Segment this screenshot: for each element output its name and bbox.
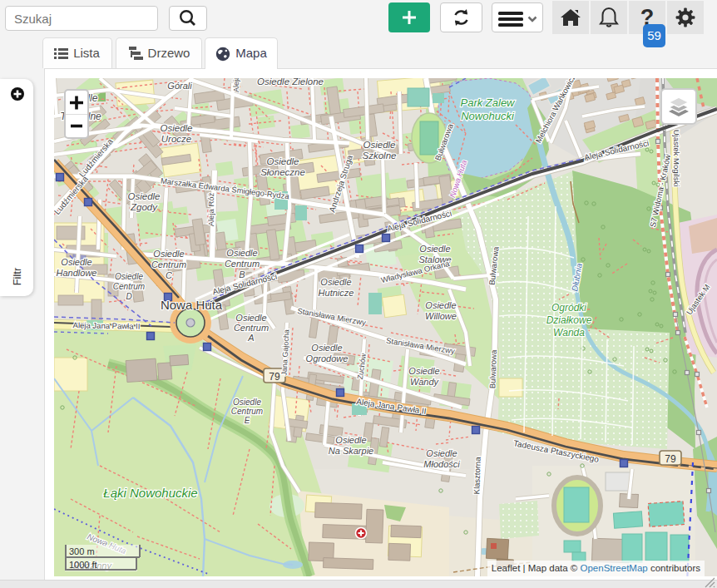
- svg-text:B: B: [239, 269, 245, 279]
- svg-text:79: 79: [269, 371, 280, 383]
- svg-text:79: 79: [665, 453, 676, 465]
- svg-text:Na Skarpie: Na Skarpie: [329, 446, 373, 456]
- svg-text:Park Zalew: Park Zalew: [460, 96, 516, 109]
- svg-text:Centrum: Centrum: [225, 259, 260, 269]
- svg-text:Młodości: Młodości: [423, 459, 460, 469]
- svg-text:300 m: 300 m: [69, 546, 95, 556]
- svg-text:Ujastek Mogilski: Ujastek Mogilski: [672, 130, 681, 187]
- svg-text:Osiedle: Osiedle: [311, 343, 342, 353]
- svg-text:Osiedle: Osiedle: [335, 435, 366, 445]
- svg-text:Osiedle: Osiedle: [425, 300, 456, 310]
- svg-text:Klasztorna: Klasztorna: [472, 457, 482, 495]
- svg-text:Osiedle Zielone: Osiedle Zielone: [257, 78, 324, 86]
- svg-text:Ogródki: Ogródki: [551, 302, 586, 314]
- svg-text:E: E: [245, 416, 250, 425]
- svg-text:Osiedle: Osiedle: [235, 313, 266, 323]
- svg-text:Działkowe: Działkowe: [546, 314, 592, 326]
- svg-text:Osiedle: Osiedle: [408, 366, 439, 376]
- svg-text:Osiedle: Osiedle: [233, 398, 261, 407]
- svg-text:Osiedle: Osiedle: [320, 277, 351, 287]
- svg-text:Osiedle: Osiedle: [426, 448, 457, 458]
- svg-text:1000 ft: 1000 ft: [69, 560, 97, 570]
- svg-text:Willowe: Willowe: [425, 311, 457, 321]
- svg-text:Aleja: Aleja: [232, 78, 240, 92]
- svg-text:Szkolne: Szkolne: [363, 151, 397, 161]
- svg-text:A: A: [247, 333, 254, 343]
- svg-text:Osiedle: Osiedle: [419, 244, 450, 254]
- svg-text:Nowohucki: Nowohucki: [461, 110, 515, 122]
- svg-text:Wandy: Wandy: [410, 377, 440, 387]
- svg-text:Centrum: Centrum: [234, 323, 269, 333]
- svg-text:Osiedle: Osiedle: [363, 140, 396, 150]
- svg-text:Słoneczne: Słoneczne: [260, 167, 305, 177]
- svg-text:Osiedle: Osiedle: [226, 248, 257, 258]
- svg-text:Hutnicze: Hutnicze: [319, 288, 354, 298]
- svg-text:Ogrodowe: Ogrodowe: [306, 353, 349, 363]
- svg-text:Centrum: Centrum: [231, 407, 263, 416]
- svg-text:Osiedle: Osiedle: [267, 156, 299, 166]
- svg-text:Wanda: Wanda: [553, 327, 585, 338]
- svg-text:Bulwarowa: Bulwarowa: [487, 349, 498, 389]
